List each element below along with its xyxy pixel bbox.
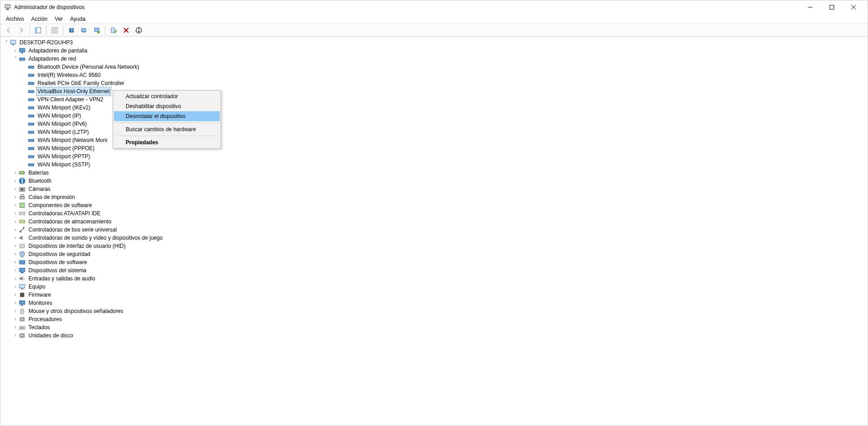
tree-device-bluetooth-pan[interactable]: · Bluetooth Device (Personal Area Networ… — [2, 63, 868, 71]
tree-category-hid[interactable]: › Dispositivos de interfaz de usuario (H… — [2, 242, 868, 250]
svg-rect-61 — [19, 268, 25, 272]
menu-view[interactable]: Ver — [51, 15, 66, 23]
menu-help[interactable]: Ayuda — [66, 15, 89, 23]
svg-rect-29 — [19, 58, 25, 60]
chevron-down-icon[interactable]: ˅ — [13, 55, 19, 63]
chevron-right-icon[interactable]: › — [13, 242, 19, 250]
tree-item-label: Controladoras de bus serie universal — [28, 226, 118, 234]
back-button[interactable] — [3, 25, 14, 35]
close-button[interactable] — [843, 0, 864, 14]
update-driver-button[interactable] — [91, 25, 102, 35]
chevron-right-icon[interactable]: › — [13, 323, 19, 331]
chevron-right-icon[interactable]: › — [13, 291, 19, 299]
svg-point-50 — [21, 188, 24, 191]
chevron-right-icon[interactable]: › — [13, 234, 19, 242]
tree-category-display-adapters[interactable]: › Adaptadores de pantalla — [2, 47, 868, 55]
menu-action[interactable]: Acción — [28, 15, 51, 23]
chevron-right-icon[interactable]: › — [13, 169, 19, 177]
tree-category-network-adapters[interactable]: ˅ Adaptadores de red — [2, 55, 868, 63]
tree-category-bluetooth[interactable]: › Bluetooth — [2, 177, 868, 185]
tree-category-security-devices[interactable]: › Dispositivos de seguridad — [2, 250, 868, 258]
window-title: Administrador de dispositivos — [14, 4, 85, 10]
tree-category-usb-controllers[interactable]: › Controladoras de bus serie universal — [2, 226, 868, 234]
show-hide-console-tree-button[interactable] — [33, 25, 43, 35]
chevron-right-icon[interactable]: › — [13, 307, 19, 315]
svg-rect-46 — [19, 171, 24, 174]
chevron-right-icon[interactable]: › — [13, 266, 19, 275]
titlebar: Administrador de dispositivos — [0, 0, 868, 14]
tree-category-disk-drives[interactable]: › Unidades de disco — [2, 331, 868, 340]
uninstall-device-button[interactable] — [121, 25, 132, 35]
chevron-down-icon[interactable]: ˅ — [4, 38, 9, 47]
tree-item-label: WAN Miniport (IPv6) — [37, 120, 88, 128]
chevron-right-icon[interactable]: › — [13, 275, 19, 283]
context-menu-update-driver[interactable]: Actualizar controlador — [114, 91, 220, 101]
tree-category-firmware[interactable]: › Firmware — [2, 291, 868, 299]
maximize-button[interactable] — [821, 0, 842, 14]
chevron-right-icon[interactable]: › — [13, 258, 19, 266]
tree-category-keyboards[interactable]: › Teclados — [2, 323, 868, 331]
svg-rect-26 — [12, 44, 14, 45]
tree-root[interactable]: ˅ DESKTOP-R2GUHP3 — [2, 38, 868, 47]
scan-hardware-button[interactable] — [79, 25, 90, 35]
toolbar-separator — [63, 26, 63, 35]
context-menu-scan-hardware[interactable]: Buscar cambios de hardware — [114, 124, 220, 134]
tree-item-label: Mouse y otros dispositivos señaladores — [28, 307, 124, 315]
minimize-button[interactable] — [800, 0, 821, 14]
tree-category-ata-controllers[interactable]: › Controladoras ATA/ATAPI IDE — [2, 209, 868, 218]
tree-item-label: Unidades de disco — [28, 331, 74, 340]
tree-category-software-components[interactable]: › Componentes de software — [2, 201, 868, 209]
context-menu-disable-device[interactable]: Deshabilitar dispositivo — [114, 101, 220, 111]
enable-device-button[interactable] — [108, 25, 119, 35]
svg-text:?: ? — [70, 28, 73, 33]
tree-category-audio-video-game[interactable]: › Controladoras de sonido y vídeo y disp… — [2, 234, 868, 242]
context-menu-properties[interactable]: Propiedades — [114, 137, 220, 147]
chevron-right-icon[interactable]: › — [13, 177, 19, 185]
tree-category-mice[interactable]: › Mouse y otros dispositivos señaladores — [2, 307, 868, 315]
properties-button[interactable] — [49, 25, 60, 35]
firmware-icon — [19, 291, 26, 298]
help-button[interactable]: ? — [66, 25, 77, 35]
sound-icon — [19, 234, 26, 241]
tree-category-processors[interactable]: › Procesadores — [2, 315, 868, 323]
tree-category-computer[interactable]: › Equipo — [2, 283, 868, 291]
tree-category-print-queues[interactable]: › Colas de impresión — [2, 193, 868, 201]
chevron-right-icon[interactable]: › — [13, 315, 19, 323]
svg-marker-58 — [19, 236, 23, 240]
chevron-right-icon[interactable]: › — [13, 218, 19, 226]
svg-rect-53 — [20, 203, 24, 208]
menu-file[interactable]: Archivo — [2, 15, 28, 23]
chevron-right-icon[interactable]: › — [13, 209, 19, 218]
tree-category-software-devices[interactable]: › Dispositivos de software — [2, 258, 868, 266]
tree-item-label: Dispositivos de seguridad — [28, 250, 91, 258]
tree-item-label: WAN Miniport (PPTP) — [37, 152, 91, 161]
chevron-right-icon[interactable]: › — [13, 283, 19, 291]
svg-rect-52 — [21, 194, 24, 196]
chevron-right-icon[interactable]: › — [13, 47, 19, 55]
device-tree[interactable]: ˅ DESKTOP-R2GUHP3 › Adaptadores de panta… — [0, 37, 868, 426]
chevron-right-icon[interactable]: › — [13, 299, 19, 307]
forward-button[interactable] — [16, 25, 27, 35]
chevron-right-icon[interactable]: › — [13, 185, 19, 193]
tree-category-batteries[interactable]: › Baterías — [2, 169, 868, 177]
tree-device-intel-wireless[interactable]: · Intel(R) Wireless-AC 9560 — [2, 71, 868, 79]
chevron-right-icon[interactable]: › — [13, 201, 19, 209]
chevron-right-icon[interactable]: › — [13, 226, 19, 234]
tree-device-wan-pptp[interactable]: · WAN Miniport (PPTP) — [2, 152, 868, 161]
network-device-icon — [28, 104, 35, 111]
tree-category-system-devices[interactable]: › Dispositivos del sistema — [2, 266, 868, 275]
svg-rect-27 — [19, 48, 25, 52]
chevron-right-icon[interactable]: › — [13, 250, 19, 258]
chevron-right-icon[interactable]: › — [13, 193, 19, 201]
tree-device-realtek-gbe[interactable]: · Realtek PCIe GbE Family Controller — [2, 79, 868, 87]
tree-device-wan-sstp[interactable]: · WAN Miniport (SSTP) — [2, 161, 868, 169]
tree-category-audio-io[interactable]: › Entradas y salidas de audio — [2, 275, 868, 283]
context-menu: Actualizar controlador Deshabilitar disp… — [113, 90, 221, 149]
tree-category-cameras[interactable]: › Cámaras — [2, 185, 868, 193]
tree-category-storage-controllers[interactable]: › Controladoras de almacenamiento — [2, 218, 868, 226]
context-menu-uninstall-device[interactable]: Desinstalar el dispositivo — [114, 111, 220, 121]
chevron-right-icon[interactable]: › — [13, 331, 19, 340]
tree-category-monitors[interactable]: › Monitores — [2, 299, 868, 307]
context-menu-separator — [115, 136, 219, 136]
disable-device-button[interactable] — [133, 25, 144, 35]
